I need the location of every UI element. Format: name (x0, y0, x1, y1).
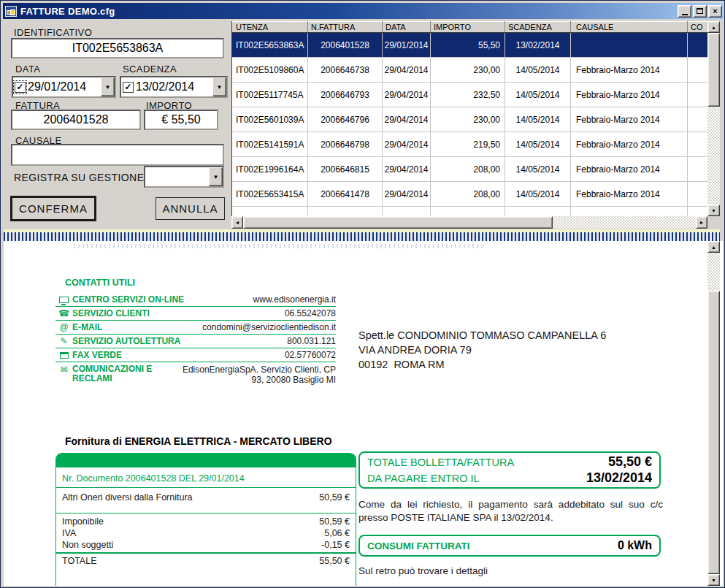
grid-column-data[interactable]: DATA (383, 21, 431, 32)
scadenza-dropdown-button[interactable]: ▼ (212, 77, 226, 96)
data-value: 29/01/2014 (26, 80, 101, 93)
totale-amount: 55,50 € (608, 454, 652, 470)
contact-row: ☎ SERVIZIO CLIENTI 06.55242078 (55, 307, 336, 321)
consumi-label: CONSUMI FATTURATI (367, 541, 469, 551)
scroll-down-button[interactable]: ▼ (707, 205, 720, 216)
close-icon: × (713, 7, 717, 15)
contact-label: CENTRO SERVIZI ON-LINE (72, 295, 193, 305)
contacts-table: CENTRO SERVIZI ON-LINE www.edisonenergia… (55, 293, 336, 386)
cell-data: 29/04/2014 (383, 182, 431, 206)
grid-column-scadenza[interactable]: SCADENZA (505, 21, 571, 32)
cell-causale: Febbraio-Marzo 2014 (571, 83, 688, 107)
grid-row[interactable]: IT002E5653415A 2006641478 29/04/2014 208… (232, 182, 708, 207)
contact-value: 800.031.121 (193, 336, 336, 346)
importo-input[interactable] (144, 110, 218, 130)
supply-row: Altri Oneri diversi dalla Fornitura 50,5… (56, 488, 356, 513)
supply-row: Imponibile 50,59 € (56, 513, 356, 527)
cell-data: 29/04/2014 (383, 132, 431, 156)
cell-nfattura: 2006646738 (308, 58, 383, 82)
contacts-heading: CONTATTI UTILI (65, 278, 135, 288)
grid-row[interactable]: IT002E5109860A 2006646738 29/04/2014 230… (232, 58, 708, 83)
minimize-button[interactable] (678, 5, 691, 18)
identificativo-input[interactable] (11, 38, 224, 58)
contact-label: E-MAIL (72, 323, 193, 332)
recipient-address: Spett.le CONDOMINIO TOMMASO CAMPANELLA 6… (358, 328, 606, 372)
data-label: DATA (15, 64, 40, 75)
grid-row[interactable]: IT002E5141591A 2006646798 29/04/2014 219… (232, 132, 708, 157)
supply-total-row: TOTALE 55,50 € (56, 554, 356, 566)
phone-icon: ☎ (55, 308, 72, 318)
contact-value: condomini@servizioclientiedison.it (193, 322, 336, 332)
minimize-icon (682, 14, 688, 15)
scroll-up-button[interactable]: ▲ (707, 241, 720, 253)
cell-utenza: IT002E5653863A (232, 33, 308, 57)
data-datepicker[interactable]: ✓ 29/01/2014 ▼ (12, 76, 116, 98)
due-date-label: DA PAGARE ENTRO IL (367, 473, 480, 484)
scroll-thumb[interactable] (707, 33, 720, 107)
fax-icon (60, 352, 69, 359)
cell-co (688, 107, 708, 131)
fattura-input[interactable] (11, 110, 141, 130)
data-dropdown-button[interactable]: ▼ (101, 77, 115, 96)
splitter[interactable] (4, 232, 720, 241)
scroll-left-button[interactable]: ◄ (231, 216, 243, 229)
supply-label: Imponibile (62, 516, 104, 527)
scroll-right-button[interactable]: ► (696, 216, 707, 229)
grid-row[interactable]: IT002E5117745A 2006646793 29/04/2014 232… (232, 83, 708, 107)
contact-label: COMUNICAZIONI E RECLAMI (72, 364, 174, 383)
cell-co (688, 182, 708, 206)
registra-dropdown-button[interactable]: ▼ (209, 167, 223, 186)
scadenza-checkbox[interactable]: ✓ (123, 82, 134, 93)
cell-utenza: IT002E5601039A (232, 107, 308, 131)
cell-importo: 219,50 (431, 132, 505, 156)
cell-causale: Febbraio-Marzo 2014 (571, 107, 688, 131)
scroll-up-button[interactable]: ▲ (707, 21, 720, 33)
scadenza-datepicker[interactable]: ✓ 13/02/2014 ▼ (120, 76, 228, 98)
cell-nfattura: 2006646793 (308, 83, 383, 107)
scroll-down-button[interactable]: ▼ (707, 574, 720, 586)
cell-co (688, 132, 708, 156)
cell-importo: 55,50 (431, 33, 505, 57)
registra-combobox[interactable]: ▼ (144, 166, 224, 188)
grid-column-causale[interactable]: CAUSALE (571, 21, 688, 32)
supply-label: IVA (62, 528, 76, 538)
window-icon[interactable] (5, 6, 17, 17)
contact-row: @ E-MAIL condomini@servizioclientiedison… (55, 321, 336, 335)
contact-row: CENTRO SERVIZI ON-LINE www.edisonenergia… (55, 293, 336, 307)
identificativo-label: IDENTIFICATIVO (14, 27, 92, 38)
causale-input[interactable] (11, 144, 224, 166)
cell-importo: 208,00 (431, 182, 505, 206)
grid-column-nfattura[interactable]: N.FATTURA (308, 21, 383, 32)
totale-label: TOTALE BOLLETTA/FATTURA (367, 457, 514, 468)
contact-row: FAX VERDE 02.57760072 (55, 348, 336, 362)
maximize-button[interactable] (693, 5, 707, 18)
supply-value: 50,59 € (319, 492, 350, 503)
preview-vertical-scrollbar[interactable]: ▲ ▼ (707, 241, 720, 586)
grid-row[interactable]: IT002E5601039A 2006646796 29/04/2014 230… (232, 107, 708, 132)
grid-row[interactable]: IT002E1996164A 2006646815 29/04/2014 208… (232, 157, 708, 182)
contact-label: SERVIZIO AUTOLETTURA (72, 337, 193, 346)
grid-vertical-scrollbar[interactable]: ▲ ▼ (707, 21, 720, 216)
grid-column-utenza[interactable]: UTENZA (232, 21, 308, 32)
conferma-button[interactable]: CONFERMA (11, 196, 96, 221)
monitor-icon (59, 297, 69, 303)
annulla-button[interactable]: ANNULLA (156, 197, 225, 220)
address-line: VIA ANDREA DORIA 79 (358, 343, 606, 357)
consumi-box: CONSUMI FATTURATI 0 kWh (358, 535, 661, 557)
grid-column-co[interactable]: CO (688, 21, 708, 32)
grid-row[interactable]: IT002E5653863A 2006401528 29/01/2014 55,… (232, 33, 708, 58)
supply-value: -0,15 € (321, 540, 350, 550)
cell-data: 29/04/2014 (383, 157, 431, 181)
scroll-thumb[interactable] (707, 291, 720, 574)
grid-column-importo[interactable]: IMPORTO (431, 21, 505, 32)
data-checkbox[interactable]: ✓ (15, 82, 26, 93)
scadenza-value: 13/02/2014 (134, 80, 212, 93)
grid-horizontal-scrollbar[interactable]: ◄ ► (231, 216, 707, 229)
titlebar[interactable]: FATTURE DEMO.cfg × (3, 3, 724, 19)
scroll-thumb[interactable] (243, 216, 553, 229)
contact-value: 06.55242078 (193, 308, 336, 318)
close-button[interactable]: × (708, 5, 722, 18)
pencil-icon: ✎ (55, 336, 72, 346)
cell-data: 29/04/2014 (383, 58, 431, 82)
scadenza-label: SCADENZA (123, 64, 177, 75)
